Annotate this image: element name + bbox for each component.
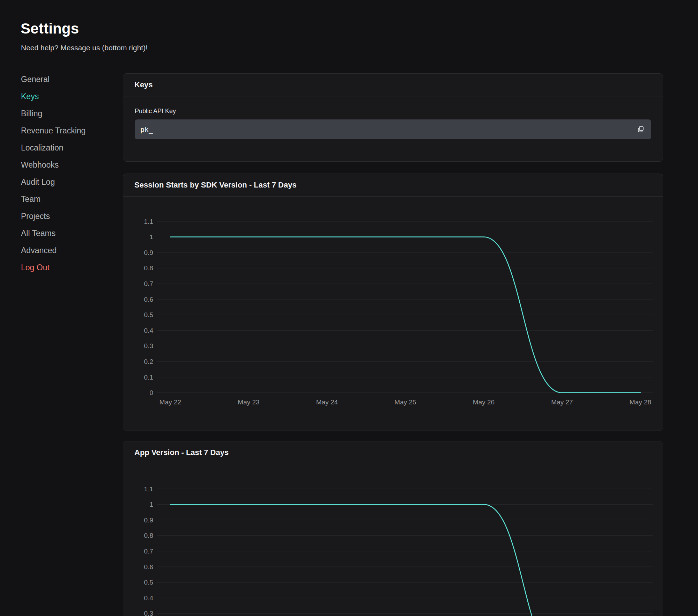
svg-text:May 28: May 28 [630,398,651,406]
svg-text:0.6: 0.6 [144,296,153,303]
svg-text:0.3: 0.3 [144,610,153,616]
sidebar-item-projects[interactable]: Projects [21,212,86,220]
copy-button[interactable] [635,124,646,135]
public-api-key-field-wrap [135,119,651,139]
svg-text:0.7: 0.7 [144,280,153,287]
svg-text:0.6: 0.6 [144,563,153,571]
sidebar-item-log-out[interactable]: Log Out [21,264,86,272]
public-api-key-input[interactable] [135,119,651,139]
svg-text:0.7: 0.7 [144,548,153,555]
svg-text:May 27: May 27 [551,398,573,406]
sidebar-item-keys[interactable]: Keys [21,93,86,101]
svg-text:1.1: 1.1 [144,485,153,493]
sidebar-item-all-teams[interactable]: All Teams [21,229,86,237]
sidebar-item-advanced[interactable]: Advanced [21,247,86,255]
sidebar-item-billing[interactable]: Billing [21,110,86,118]
svg-text:0.5: 0.5 [144,579,153,586]
sdk-version-chart-card: Session Starts by SDK Version - Last 7 D… [123,174,663,431]
svg-text:May 24: May 24 [316,398,338,406]
settings-sidebar: General Keys Billing Revenue Tracking Lo… [21,75,86,272]
svg-text:0.9: 0.9 [144,516,153,524]
svg-text:May 23: May 23 [238,398,259,406]
svg-text:0.4: 0.4 [144,327,154,334]
svg-text:0.3: 0.3 [144,342,153,350]
svg-text:May 25: May 25 [394,398,416,406]
keys-card: Keys Public API Key [123,73,663,162]
svg-text:0.9: 0.9 [144,249,153,256]
sdk-version-chart-title: Session Starts by SDK Version - Last 7 D… [123,174,663,197]
page-title: Settings [21,20,79,37]
svg-text:0.8: 0.8 [144,532,153,539]
app-version-chart-title: App Version - Last 7 Days [123,441,663,464]
svg-text:0: 0 [149,389,153,396]
keys-card-title: Keys [123,74,663,96]
svg-text:1: 1 [149,501,153,508]
svg-text:0.8: 0.8 [144,264,153,272]
page-subtitle: Need help? Message us (bottom right)! [21,44,148,52]
svg-text:May 22: May 22 [159,398,181,406]
svg-text:May 26: May 26 [473,398,495,406]
sidebar-item-revenue-tracking[interactable]: Revenue Tracking [21,127,86,135]
svg-text:0.1: 0.1 [144,374,153,381]
svg-text:0.4: 0.4 [144,594,154,602]
svg-text:0.5: 0.5 [144,311,153,318]
public-api-key-label: Public API Key [135,108,651,115]
svg-text:0.2: 0.2 [144,358,153,365]
sidebar-item-general[interactable]: General [21,75,86,83]
app-version-line-chart: 00.10.20.30.40.50.60.70.80.911.1May 22Ma… [123,464,663,616]
sidebar-item-team[interactable]: Team [21,195,86,203]
sidebar-item-localization[interactable]: Localization [21,144,86,152]
sidebar-item-webhooks[interactable]: Webhooks [21,161,86,169]
svg-text:1: 1 [149,233,153,241]
app-version-chart-card: App Version - Last 7 Days 00.10.20.30.40… [123,441,663,616]
svg-text:1.1: 1.1 [144,218,153,225]
sdk-version-line-chart: 00.10.20.30.40.50.60.70.80.911.1May 22Ma… [123,197,663,427]
sidebar-item-audit-log[interactable]: Audit Log [21,178,86,186]
copy-icon [637,126,645,133]
